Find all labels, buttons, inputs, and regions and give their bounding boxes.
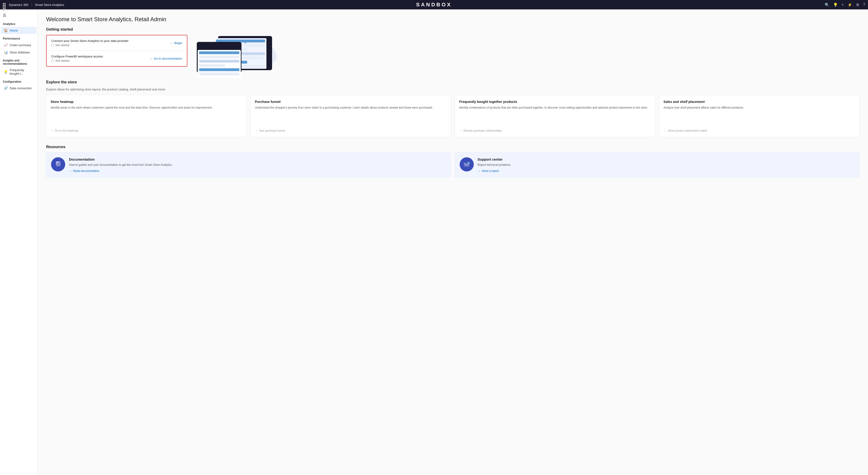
resource-content-0: Documentation How-to guides and user doc… (69, 157, 173, 173)
sidebar-item-home[interactable]: 🏠 Home (1, 27, 36, 34)
sidebar-item-frequently-bought-label: Frequently bought t... (10, 68, 34, 76)
resource-link-0[interactable]: → Read documentation (69, 169, 173, 173)
apps-grid-icon[interactable] (3, 3, 6, 6)
explore-card-0: Store heatmap Identify areas in the stor… (46, 95, 247, 137)
explore-card-0-desc: Identify areas in the store where custom… (51, 106, 242, 110)
explore-card-1-desc: Understand the shopper's journey from st… (255, 106, 446, 110)
step-action-1[interactable]: → Go to documentation (149, 57, 182, 61)
resource-link-arrow-0: → (69, 169, 72, 173)
sandbox-label: SANDBOX (416, 2, 452, 8)
support-icon (463, 160, 470, 168)
step-card-0: Connect your Smart Store Analytics to yo… (46, 35, 187, 51)
settings-icon[interactable]: ⚙ (856, 3, 859, 7)
sidebar-section-insights: Insights and recommendations (0, 56, 37, 66)
frequently-bought-icon: 💡 (4, 70, 8, 74)
sidebar-section-performance: Performance (0, 34, 37, 41)
explore-link-arrow-1: → (255, 129, 258, 132)
resource-card-0: Documentation How-to guides and user doc… (46, 152, 451, 178)
store-drilldown-icon: 📊 (4, 50, 8, 54)
chain-summary-icon: 📈 (4, 43, 8, 47)
resources-section: Resources Documentation H (46, 145, 860, 178)
explore-link-arrow-3: → (663, 129, 666, 132)
explore-link-label-2: Review purchase relationships (463, 129, 502, 132)
explore-card-3-link[interactable]: → Show product placement matrix (663, 129, 855, 132)
plus-icon[interactable]: + (842, 3, 844, 7)
illus-tablet-front (197, 42, 242, 72)
step-status-label-0: Not started (56, 43, 69, 47)
explore-section-title: Explore the store (46, 80, 860, 84)
explore-card-0-link[interactable]: → Go to the heatmap (51, 129, 242, 132)
getting-started-title: Getting started (46, 27, 860, 32)
sidebar-item-data-connection[interactable]: 🔗 Data connection (1, 85, 36, 92)
step-status-1: Not started (51, 59, 103, 62)
app-body: ☰ Analytics 🏠 Home Performance 📈 Chain s… (0, 9, 868, 475)
step-title-0: Connect your Smart Store Analytics to yo… (51, 39, 128, 42)
topbar: Dynamics 365 | Smart Store Analytics SAN… (0, 0, 868, 9)
resource-desc-0: How-to guides and user documentation to … (69, 163, 173, 167)
illus-tablet-front-screen (198, 50, 241, 78)
svg-point-1 (57, 162, 58, 163)
sidebar-item-chain-summary[interactable]: 📈 Chain summary (1, 41, 36, 49)
documentation-icon (54, 160, 62, 168)
sidebar-item-data-connection-label: Data connection (10, 86, 32, 90)
step-action-label-0: Begin (175, 41, 182, 45)
explore-section: Explore the store Explore ideas for opti… (46, 80, 860, 137)
step-status-0: Not started (51, 43, 128, 47)
step-circle-1 (51, 59, 54, 62)
data-connection-icon: 🔗 (4, 86, 8, 90)
explore-card-2-content: Frequently bought together products Iden… (459, 100, 651, 110)
sidebar-item-store-drilldown[interactable]: 📊 Store drilldown (1, 49, 36, 56)
sidebar-section-configuration: Configuration (0, 77, 37, 84)
main-content: Welcome to Smart Store Analytics, Retail… (38, 9, 868, 475)
explore-link-label-3: Show product placement matrix (668, 129, 707, 132)
explore-link-arrow-2: → (459, 129, 462, 132)
explore-card-3-desc: Analyze how shelf placement affects sale… (663, 106, 855, 110)
step-arrow-1: → (149, 57, 152, 61)
screen-row (199, 68, 239, 71)
screen-row (199, 56, 239, 58)
step-status-label-1: Not started (56, 59, 69, 62)
question-icon[interactable]: ? (863, 3, 865, 7)
screen-row (199, 51, 239, 54)
illustration-area: + (197, 35, 277, 72)
hamburger-menu[interactable]: ☰ (0, 11, 37, 20)
sidebar-item-home-label: Home (10, 29, 18, 32)
home-icon: 🏠 (4, 29, 8, 32)
explore-description: Explore ideas for optimizing store layou… (46, 88, 860, 91)
explore-cards: Store heatmap Identify areas in the stor… (46, 95, 860, 137)
screen-row (199, 72, 239, 76)
resource-icon-wrap-0 (51, 157, 65, 172)
sidebar: ☰ Analytics 🏠 Home Performance 📈 Chain s… (0, 9, 38, 475)
resource-icon-wrap-1 (460, 157, 474, 172)
filter-icon[interactable]: ⚡ (847, 3, 852, 7)
resource-link-1[interactable]: → Send a report (477, 169, 511, 173)
screen-row (199, 64, 225, 67)
help-icon[interactable]: 💡 (833, 3, 838, 7)
step-left-1: Configure PowerBI workspace access Not s… (51, 55, 103, 62)
explore-card-1-content: Purchase funnel Understand the shopper's… (255, 100, 446, 110)
resource-title-0: Documentation (69, 157, 173, 161)
resource-link-label-0: Read documentation (73, 169, 99, 173)
illus-plus-icon: + (244, 39, 247, 46)
explore-card-2-link[interactable]: → Review purchase relationships (459, 129, 651, 132)
module-name[interactable]: Smart Store Analytics (35, 3, 64, 7)
step-left-0: Connect your Smart Store Analytics to yo… (51, 39, 128, 47)
resource-card-1: Support center Report technical problems… (455, 152, 860, 178)
step-arrow-0: → (170, 41, 173, 45)
sidebar-item-frequently-bought[interactable]: 💡 Frequently bought t... (1, 67, 36, 77)
explore-card-1-title: Purchase funnel (255, 100, 446, 103)
app-name[interactable]: Dynamics 365 (9, 3, 28, 7)
search-icon[interactable]: 🔍 (825, 3, 829, 7)
resource-desc-1: Report technical problems. (477, 163, 511, 167)
resource-content-1: Support center Report technical problems… (477, 157, 511, 173)
step-title-1: Configure PowerBI workspace access (51, 55, 103, 58)
topbar-right-icons: 🔍 💡 + ⚡ ⚙ ? (825, 3, 865, 7)
explore-card-2: Frequently bought together products Iden… (455, 95, 655, 137)
step-action-0[interactable]: → Begin (170, 41, 182, 45)
explore-card-3: Sales and shelf placement Analyze how sh… (659, 95, 860, 137)
page-title: Welcome to Smart Store Analytics, Retail… (46, 16, 860, 23)
explore-card-0-content: Store heatmap Identify areas in the stor… (51, 100, 242, 110)
resource-title-1: Support center (477, 157, 511, 161)
explore-card-1-link[interactable]: → See purchase funnel (255, 129, 446, 132)
sidebar-section-analytics: Analytics (0, 20, 37, 27)
